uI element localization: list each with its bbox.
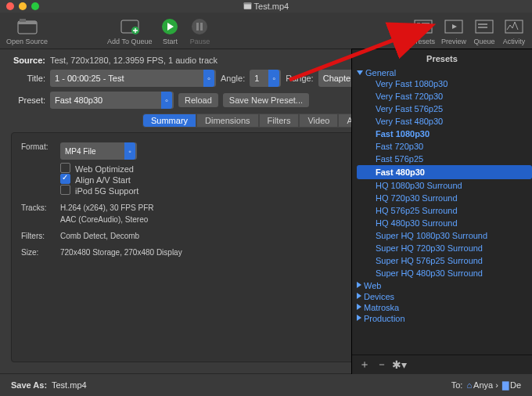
chevron-updown-icon: ◦ (203, 70, 214, 87)
tracks-value2: AAC (CoreAudio), Stereo (60, 215, 148, 224)
svg-rect-14 (417, 27, 420, 31)
preset-group-production[interactable]: Production (357, 314, 532, 323)
preset-item[interactable]: Very Fast 1080p30 (357, 77, 532, 90)
preset-item[interactable]: HQ 576p25 Surround (357, 204, 532, 217)
preset-select[interactable]: Fast 480p30◦ (50, 92, 174, 109)
preset-item[interactable]: Super HQ 1080p30 Surround (357, 229, 532, 242)
svg-rect-10 (200, 23, 203, 31)
to-label: To: (451, 380, 463, 390)
presets-list[interactable]: GeneralVery Fast 1080p30Very Fast 720p30… (352, 67, 532, 355)
svg-rect-15 (422, 27, 430, 29)
to-user[interactable]: Anya (473, 380, 493, 390)
angle-select[interactable]: 1◦ (250, 70, 281, 87)
preset-item[interactable]: HQ 480p30 Surround (357, 217, 532, 229)
preset-item[interactable]: Fast 480p30 (357, 165, 532, 179)
preset-item[interactable]: Super HQ 576p25 Surround (357, 254, 532, 267)
preset-remove-button[interactable]: － (374, 358, 390, 372)
svg-rect-13 (422, 23, 430, 24)
filters-value: Comb Detect, Decomb (60, 232, 139, 240)
format-select[interactable]: MP4 File◦ (60, 142, 137, 160)
title-select[interactable]: 1 - 00:00:25 - Test◦ (50, 70, 216, 87)
saveas-value[interactable]: Test.mp4 (52, 380, 87, 390)
tab-filters[interactable]: Filters (259, 113, 300, 128)
preset-item[interactable]: Super HQ 480p30 Surround (357, 267, 532, 279)
preview-button[interactable]: Preview (441, 16, 466, 45)
presets-panel: Presets GeneralVery Fast 1080p30Very Fas… (351, 49, 532, 374)
to-folder[interactable]: De (510, 380, 521, 390)
close-icon[interactable] (6, 2, 14, 10)
svg-rect-19 (478, 27, 487, 28)
preset-group-general[interactable]: General (357, 68, 532, 77)
chevron-updown-icon: ◦ (161, 92, 172, 109)
svg-rect-9 (196, 23, 199, 31)
svg-rect-12 (417, 23, 420, 26)
tab-video[interactable]: Video (299, 113, 338, 128)
preset-item[interactable]: Very Fast 480p30 (357, 115, 532, 128)
svg-point-8 (192, 19, 207, 34)
preset-item[interactable]: HQ 720p30 Surround (357, 192, 532, 204)
tab-summary[interactable]: Summary (142, 113, 196, 128)
bottom-bar: Save As: Test.mp4 To: ⌂ Anya › ▇ De (0, 373, 532, 396)
preset-add-button[interactable]: ＋ (357, 358, 372, 372)
size-value: 720x480 Storage, 270x480 Display (60, 248, 182, 257)
preset-group-devices[interactable]: Devices (357, 292, 532, 301)
range-label: Range: (286, 74, 313, 83)
preset-item[interactable]: Fast 1080p30 (357, 128, 532, 140)
save-new-preset-button[interactable]: Save New Preset... (223, 93, 309, 107)
svg-rect-1 (243, 2, 251, 4)
source-label: Source: (11, 56, 45, 65)
toolbar: Open Source Add To Queue Start Pause Pre… (0, 13, 532, 49)
presets-button[interactable]: Presets (411, 16, 435, 45)
preset-gear-button[interactable]: ✱▾ (391, 358, 407, 372)
queue-button[interactable]: Queue (473, 16, 496, 45)
svg-rect-4 (20, 19, 26, 22)
preset-item[interactable]: Very Fast 720p30 (357, 90, 532, 103)
movie-icon (243, 2, 252, 10)
activity-button[interactable]: Activity (502, 16, 526, 45)
open-source-button[interactable]: Open Source (6, 16, 48, 45)
traffic-lights (6, 2, 39, 10)
preset-item[interactable]: Fast 576p25 (357, 153, 532, 165)
preset-group-web[interactable]: Web (357, 281, 532, 290)
tracks-value: H.264 (x264), 30 FPS PFR (60, 203, 154, 212)
chevron-updown-icon: ◦ (268, 70, 279, 87)
tab-dimensions[interactable]: Dimensions (196, 113, 258, 128)
title-label: Title: (11, 74, 45, 83)
start-button[interactable]: Start (158, 16, 182, 45)
pause-button[interactable]: Pause (188, 16, 211, 45)
preset-label: Preset: (11, 95, 45, 105)
reload-button[interactable]: Reload (178, 93, 218, 107)
add-to-queue-button[interactable]: Add To Queue (107, 16, 152, 45)
angle-label: Angle: (221, 74, 245, 83)
zoom-icon[interactable] (31, 2, 39, 10)
svg-rect-20 (505, 20, 523, 33)
preset-item[interactable]: HQ 1080p30 Surround (357, 179, 532, 192)
svg-rect-18 (478, 23, 487, 25)
folder-icon: ▇ (502, 380, 509, 391)
svg-rect-11 (415, 20, 432, 33)
preset-item[interactable]: Super HQ 720p30 Surround (357, 242, 532, 254)
preset-group-matroska[interactable]: Matroska (357, 303, 532, 312)
preset-item[interactable]: Fast 720p30 (357, 140, 532, 153)
titlebar: Test.mp4 (0, 0, 532, 13)
preset-item[interactable]: Very Fast 576p25 (357, 103, 532, 115)
presets-title: Presets (352, 49, 532, 67)
source-value: Test, 720x1280, 12.3959 FPS, 1 audio tra… (50, 56, 217, 65)
saveas-label: Save As: (11, 380, 52, 390)
window-title: Test.mp4 (254, 2, 289, 11)
home-icon: ⌂ (466, 380, 472, 390)
minimize-icon[interactable] (19, 2, 27, 10)
